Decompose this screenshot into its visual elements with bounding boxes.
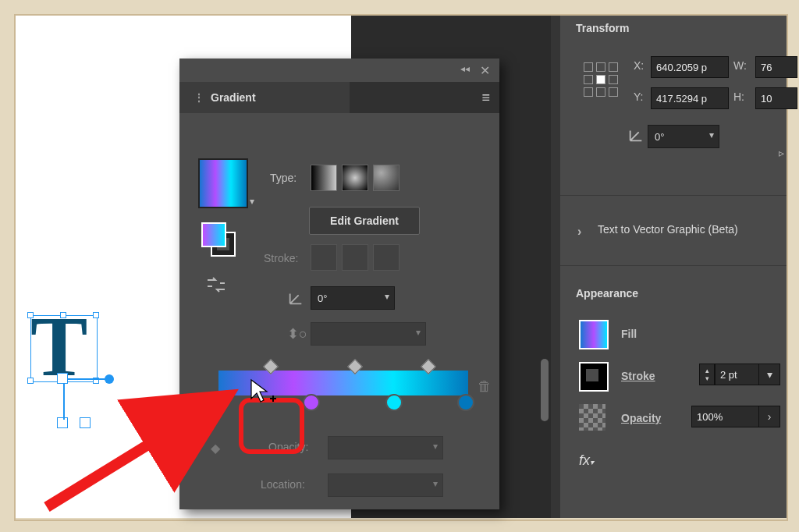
handle-bl[interactable] — [27, 378, 34, 384]
divider — [560, 265, 787, 266]
transform-section-title: Transform — [576, 22, 629, 34]
color-stop-2[interactable] — [303, 394, 320, 411]
close-panel-icon[interactable]: ✕ — [480, 63, 490, 78]
gradient-panel-title: Gradient — [211, 91, 256, 104]
gradient-angle-select[interactable]: 0° ▾ — [311, 286, 395, 310]
edit-gradient-button[interactable]: Edit Gradient — [309, 207, 420, 235]
w-input[interactable]: 76 — [755, 56, 797, 78]
appearance-section-title: Appearance — [576, 287, 638, 300]
handle-tr[interactable] — [93, 312, 99, 318]
fill-label[interactable]: Fill — [621, 328, 637, 340]
swap-fill-stroke-icon[interactable] — [206, 277, 226, 293]
gradient-current-swatch[interactable] — [198, 158, 248, 208]
h-label: H: — [733, 90, 744, 103]
stroke-label[interactable]: Stroke — [621, 370, 655, 382]
stroke-type-c — [373, 244, 400, 271]
annotation-highlight-box — [239, 398, 304, 454]
x-label: X: — [634, 59, 644, 72]
angle-icon — [287, 289, 304, 307]
chevron-down-icon: ▾ — [709, 129, 714, 140]
chevron-down-icon: ▾ — [385, 291, 389, 302]
gradient-angle-value: 0° — [318, 293, 327, 304]
color-stop-3[interactable] — [385, 394, 403, 411]
stroke-gradient-label: Stroke: — [264, 252, 298, 264]
collapse-panel-icon[interactable]: ◂◂ — [460, 63, 470, 74]
w-value: 76 — [761, 62, 772, 73]
reference-point-locator[interactable] — [584, 62, 618, 97]
stop-swatch-icon: ◆ — [211, 441, 220, 456]
panel-divider[interactable] — [551, 16, 560, 518]
transform-angle-select[interactable]: 0° ▾ — [648, 125, 719, 148]
w-label: W: — [733, 59, 747, 72]
trash-icon[interactable]: 🗑 — [478, 378, 492, 395]
stop-location-label: Location: — [261, 478, 305, 491]
divider — [560, 195, 787, 196]
type-radial-button[interactable] — [342, 165, 368, 191]
opacity-input[interactable]: 100% — [691, 406, 763, 427]
handle-tl[interactable] — [27, 312, 34, 318]
aspect-ratio-select: ▾ — [311, 322, 426, 346]
stroke-type-b — [342, 244, 368, 271]
fill-proxy-icon[interactable] — [201, 222, 226, 247]
h-input[interactable]: 10 — [755, 87, 797, 109]
stroke-swatch[interactable] — [579, 362, 609, 392]
type-label: Type: — [270, 172, 297, 184]
panel-menu-icon[interactable]: ≡ — [481, 90, 490, 106]
opacity-value: 100% — [697, 411, 723, 423]
stop-location-select: ▾ — [328, 473, 443, 497]
more-transform-icon[interactable]: ▹ — [779, 147, 784, 159]
gradient-annotator-line[interactable] — [63, 378, 110, 380]
opacity-swatch — [579, 404, 605, 431]
aspect-ratio-icon: ⬍○ — [287, 325, 307, 342]
fill-swatch[interactable] — [579, 320, 609, 349]
midpoint-diamond[interactable] — [347, 359, 363, 374]
color-stop-1[interactable] — [211, 394, 229, 411]
stop-opacity-select: ▾ — [328, 436, 443, 459]
drag-handle-icon[interactable]: ⋮ — [194, 91, 204, 104]
handle-tm[interactable] — [60, 312, 66, 318]
swatch-caret-icon[interactable]: ▾ — [250, 196, 254, 207]
midpoint-diamond[interactable] — [263, 359, 279, 374]
opacity-more-button[interactable]: › — [758, 406, 780, 427]
stroke-stepper[interactable]: ▴▾ — [699, 364, 715, 385]
y-input[interactable]: 417.5294 p — [651, 87, 729, 109]
x-value: 640.2059 p — [656, 62, 707, 73]
x-input[interactable]: 640.2059 p — [651, 56, 729, 78]
properties-panel: Transform X: 640.2059 p W: 76 Y: 417.529… — [560, 16, 787, 518]
text-to-vector-section[interactable]: Text to Vector Graphic (Beta) — [598, 223, 738, 236]
stroke-type-a — [311, 244, 337, 271]
gradient-panel: ◂◂ ✕ ⋮ Gradient ≡ ▾ Type: Edit Gradient … — [179, 59, 499, 509]
stroke-weight-value: 2 pt — [720, 369, 737, 381]
fill-stroke-proxy[interactable] — [201, 222, 233, 254]
gradient-panel-tab[interactable]: ⋮ Gradient — [179, 82, 350, 113]
angle-icon — [627, 126, 645, 144]
gradient-origin-handle[interactable] — [57, 373, 68, 384]
stroke-profile-dropdown[interactable]: ▾ — [758, 364, 780, 385]
y-value: 417.5294 p — [656, 93, 707, 105]
y-label: Y: — [634, 90, 643, 103]
gradient-aspect-line — [63, 384, 65, 420]
stroke-weight-input[interactable]: 2 pt — [715, 364, 763, 385]
h-value: 10 — [761, 93, 772, 105]
fx-icon[interactable]: fx▾ — [579, 452, 594, 469]
type-freeform-button[interactable] — [373, 165, 400, 191]
gradient-end-handle[interactable] — [105, 374, 114, 384]
color-stop-4[interactable] — [457, 394, 474, 411]
gradient-slider[interactable] — [218, 371, 468, 395]
gradient-aspect-handle-b[interactable] — [80, 417, 91, 428]
midpoint-diamond[interactable] — [421, 359, 436, 374]
collapse-chevron-icon[interactable]: › — [577, 225, 581, 239]
gradient-aspect-handle-a[interactable] — [57, 417, 68, 428]
chevron-down-icon: ▾ — [416, 327, 421, 338]
type-linear-button[interactable] — [311, 165, 337, 191]
panel-grip[interactable] — [541, 359, 549, 421]
transform-angle-value: 0° — [655, 131, 664, 143]
opacity-label[interactable]: Opacity — [621, 412, 661, 424]
